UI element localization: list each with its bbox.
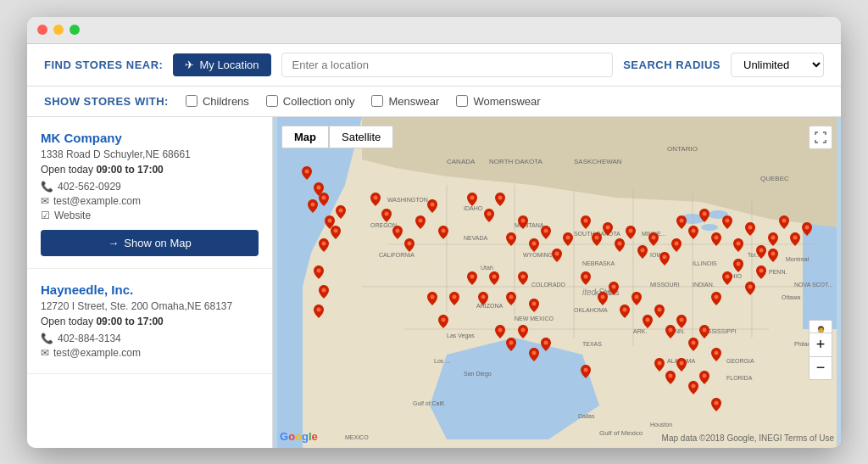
svg-text:MISSISSIPPI: MISSISSIPPI xyxy=(701,328,737,334)
phone-icon-2: 📞 xyxy=(41,333,53,344)
svg-text:PENN.: PENN. xyxy=(769,269,787,275)
titlebar xyxy=(27,17,841,44)
svg-text:Utah: Utah xyxy=(481,265,493,271)
childrens-checkbox[interactable] xyxy=(186,95,198,107)
map-type-controls: Map Satellite xyxy=(281,126,393,148)
store-list: MK Company 1338 Road D Schuyler,NE 68661… xyxy=(27,117,273,448)
svg-text:ALABAMA: ALABAMA xyxy=(667,358,695,364)
svg-text:OREGON: OREGON xyxy=(370,222,397,228)
svg-text:WYOMING: WYOMING xyxy=(523,252,553,258)
store-address-2: 12720 I Street, Ste. 200 Omaha,NE 68137 xyxy=(41,300,259,312)
store-hours-2: Open today 09:00 to 17:00 xyxy=(41,316,259,327)
svg-text:San Diego: San Diego xyxy=(464,371,492,377)
website-icon-1: ☑ xyxy=(41,210,50,221)
store-email-1: ✉ test@example.com xyxy=(41,195,259,207)
svg-text:Houston: Houston xyxy=(650,422,672,428)
main-content: MK Company 1338 Road D Schuyler,NE 68661… xyxy=(27,117,841,448)
show-map-button-1[interactable]: → Show on Map xyxy=(41,230,259,256)
maximize-button[interactable] xyxy=(70,25,80,35)
toolbar: FIND STORES NEAR: ✈ My Location SEARCH R… xyxy=(27,44,841,87)
svg-text:Ottawa: Ottawa xyxy=(782,294,800,300)
store-hours-1: Open today 09:00 to 17:00 xyxy=(41,164,259,176)
app-window: FIND STORES NEAR: ✈ My Location SEARCH R… xyxy=(27,17,841,448)
store-name-2: Hayneedle, Inc. xyxy=(41,282,259,297)
svg-text:MEXICO: MEXICO xyxy=(345,434,369,440)
zoom-in-button[interactable]: + xyxy=(809,333,832,356)
svg-text:INDIAN.: INDIAN. xyxy=(693,282,715,288)
my-location-button[interactable]: ✈ My Location xyxy=(173,53,270,76)
collection-checkbox[interactable] xyxy=(266,95,278,107)
svg-text:CALIFORNIA: CALIFORNIA xyxy=(379,252,415,258)
svg-point-4 xyxy=(701,224,718,231)
svg-text:WASHINGTON: WASHINGTON xyxy=(387,197,428,203)
svg-text:Gulf of Calif.: Gulf of Calif. xyxy=(413,400,446,406)
svg-text:SOUTH DAKOTA: SOUTH DAKOTA xyxy=(574,231,620,237)
womenswear-label: Womenswear xyxy=(473,95,540,108)
map-tab-satellite[interactable]: Satellite xyxy=(329,126,393,148)
search-radius-label: SEARCH RADIUS xyxy=(623,59,721,71)
filter-womenswear[interactable]: Womenswear xyxy=(456,95,540,108)
filter-menswear[interactable]: Menswear xyxy=(371,95,439,108)
store-website-1[interactable]: ☑ Website xyxy=(41,210,259,221)
childrens-label: Childrens xyxy=(203,95,249,108)
svg-text:IDAHO: IDAHO xyxy=(464,205,483,211)
store-phone-2: 📞 402-884-3134 xyxy=(41,333,259,344)
my-location-label: My Location xyxy=(199,59,259,71)
store-email-2: ✉ test@example.com xyxy=(41,347,259,359)
svg-text:ARIZONA: ARIZONA xyxy=(476,303,503,309)
map-attribution: Map data ©2018 Google, INEGI Terms of Us… xyxy=(662,433,834,443)
svg-text:NEW MEXICO: NEW MEXICO xyxy=(515,316,554,321)
filter-bar: SHOW STORES WITH: Childrens Collection o… xyxy=(27,87,841,117)
zoom-out-button[interactable]: − xyxy=(809,356,832,380)
fullscreen-button[interactable] xyxy=(809,126,832,149)
svg-text:OHIO: OHIO xyxy=(726,273,742,279)
menswear-checkbox[interactable] xyxy=(371,95,383,107)
phone-icon-1: 📞 xyxy=(41,181,53,193)
svg-text:QUEBEC: QUEBEC xyxy=(760,175,789,182)
store-card-1: MK Company 1338 Road D Schuyler,NE 68661… xyxy=(27,117,272,269)
svg-text:MONTANA: MONTANA xyxy=(515,222,544,228)
google-logo: Google xyxy=(280,430,318,443)
filter-collection[interactable]: Collection only xyxy=(266,95,355,108)
svg-text:NEVADA: NEVADA xyxy=(464,235,488,241)
womenswear-checkbox[interactable] xyxy=(456,95,468,107)
svg-text:Los ...: Los ... xyxy=(434,358,450,364)
svg-text:TEXAS: TEXAS xyxy=(582,341,602,347)
collection-label: Collection only xyxy=(283,95,355,108)
svg-text:Dallas: Dallas xyxy=(578,413,595,419)
svg-text:GEORGIA: GEORGIA xyxy=(726,358,754,364)
svg-text:SASKCHEWAN: SASKCHEWAN xyxy=(574,158,622,165)
svg-text:ONTARIO: ONTARIO xyxy=(667,145,698,153)
svg-text:FLORIDA: FLORIDA xyxy=(726,375,753,381)
svg-text:Gulf of Mexico: Gulf of Mexico xyxy=(599,429,643,437)
svg-text:MINNE...: MINNE... xyxy=(642,231,665,237)
close-button[interactable] xyxy=(37,25,47,35)
store-card-2: Hayneedle, Inc. 12720 I Street, Ste. 200… xyxy=(27,269,272,374)
svg-point-3 xyxy=(708,210,728,219)
radius-select[interactable]: Unlimited 10 miles 25 miles 50 miles 100… xyxy=(731,53,824,77)
store-name-1: MK Company xyxy=(41,131,259,145)
map-tab-map[interactable]: Map xyxy=(281,126,329,148)
minimize-button[interactable] xyxy=(53,25,64,35)
svg-text:ARK.: ARK. xyxy=(633,328,647,334)
svg-text:Montreal: Montreal xyxy=(786,256,810,262)
arrow-icon-1: → xyxy=(108,237,119,249)
zoom-controls: + − xyxy=(809,333,832,380)
svg-text:COLORADO: COLORADO xyxy=(531,282,566,288)
filter-childrens[interactable]: Childrens xyxy=(186,95,249,108)
store-address-1: 1338 Road D Schuyler,NE 68661 xyxy=(41,148,259,160)
show-stores-label: SHOW STORES WITH: xyxy=(44,95,169,108)
map-svg: CANADA WASHINGTON OREGON CALIFORNIA IDAH… xyxy=(273,117,841,448)
svg-text:IOWA: IOWA xyxy=(650,252,666,258)
find-stores-label: FIND STORES NEAR: xyxy=(44,59,163,71)
svg-text:OKLAHOMA: OKLAHOMA xyxy=(574,307,608,313)
store-phone-1: 📞 402-562-0929 xyxy=(41,181,259,193)
location-input[interactable] xyxy=(281,53,614,77)
svg-text:MISSOURI: MISSOURI xyxy=(650,282,680,288)
svg-text:TENN.: TENN. xyxy=(667,328,685,334)
svg-text:CANADA: CANADA xyxy=(447,158,476,165)
email-icon-2: ✉ xyxy=(41,347,49,359)
svg-text:NOVA SCOT...: NOVA SCOT... xyxy=(794,282,832,288)
map-area[interactable]: CANADA WASHINGTON OREGON CALIFORNIA IDAH… xyxy=(273,117,841,448)
fullscreen-icon xyxy=(815,131,826,143)
